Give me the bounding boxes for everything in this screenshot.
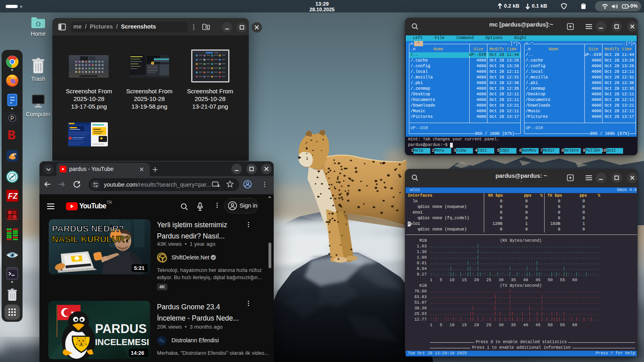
svg-text:14:26: 14:26: [131, 350, 144, 356]
svg-text:5:21: 5:21: [134, 265, 144, 271]
svg-text:NASIL KURULUR?: NASIL KURULUR?: [52, 234, 130, 244]
svg-text:FZ: FZ: [8, 191, 18, 200]
svg-text:PARDUS: PARDUS: [95, 322, 147, 336]
svg-text:PARDUS NEDiR?: PARDUS NEDiR?: [52, 224, 124, 234]
svg-text:INCELEMESI: INCELEMESI: [95, 337, 149, 347]
